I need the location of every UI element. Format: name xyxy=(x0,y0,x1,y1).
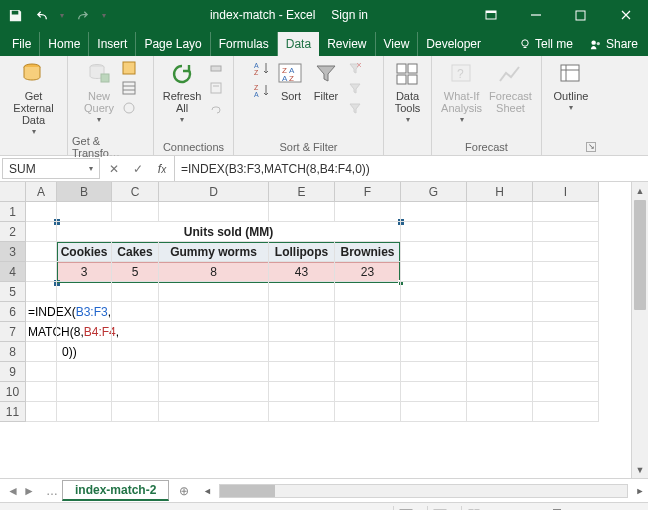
cell-F1[interactable] xyxy=(335,202,401,222)
cell-I4[interactable] xyxy=(533,262,599,282)
cell-A2[interactable] xyxy=(26,222,57,242)
horizontal-scrollbar[interactable]: ◄ ► xyxy=(199,484,648,498)
cell-H10[interactable] xyxy=(467,382,533,402)
row-header-6[interactable]: 6 xyxy=(0,302,26,322)
forecast-sheet-button[interactable]: Forecast Sheet xyxy=(487,58,534,116)
cell-G3[interactable] xyxy=(401,242,467,262)
sign-in-link[interactable]: Sign in xyxy=(331,8,368,22)
cell-H1[interactable] xyxy=(467,202,533,222)
hscroll-thumb[interactable] xyxy=(220,485,275,497)
row-header-10[interactable]: 10 xyxy=(0,382,26,402)
col-header-G[interactable]: G xyxy=(401,182,467,202)
minimize-button[interactable] xyxy=(513,0,558,30)
cell-B5[interactable] xyxy=(57,282,112,302)
row-header-1[interactable]: 1 xyxy=(0,202,26,222)
cell-C7[interactable] xyxy=(112,322,159,342)
cell-E6[interactable] xyxy=(269,302,335,322)
cell-E1[interactable] xyxy=(269,202,335,222)
cell-C10[interactable] xyxy=(112,382,159,402)
tab-developer[interactable]: Developer xyxy=(418,32,489,56)
row-header-5[interactable]: 5 xyxy=(0,282,26,302)
cell-A5[interactable] xyxy=(26,282,57,302)
cell-H8[interactable] xyxy=(467,342,533,362)
whatif-button[interactable]: ? What-If Analysis ▾ xyxy=(439,58,484,127)
cell-F9[interactable] xyxy=(335,362,401,382)
row-header-7[interactable]: 7 xyxy=(0,322,26,342)
cell-E4[interactable]: 43 xyxy=(269,262,335,282)
cell-I6[interactable] xyxy=(533,302,599,322)
cell-C11[interactable] xyxy=(112,402,159,422)
cell-C6[interactable] xyxy=(112,302,159,322)
get-external-data-button[interactable]: Get External Data ▾ xyxy=(4,58,63,139)
edit-links-icon[interactable] xyxy=(207,99,225,117)
cell-I3[interactable] xyxy=(533,242,599,262)
tell-me[interactable]: Tell me xyxy=(511,32,581,56)
cell-F5[interactable] xyxy=(335,282,401,302)
cell-B7[interactable] xyxy=(57,322,112,342)
col-header-I[interactable]: I xyxy=(533,182,599,202)
tab-review[interactable]: Review xyxy=(319,32,375,56)
tab-data[interactable]: Data xyxy=(278,32,319,56)
scroll-left-icon[interactable]: ◄ xyxy=(199,486,215,496)
share-button[interactable]: Share xyxy=(581,32,648,56)
fx-icon[interactable]: fx xyxy=(150,162,174,176)
cell-D5[interactable] xyxy=(159,282,269,302)
dialog-launcher-icon[interactable]: ↘ xyxy=(586,142,596,152)
cell-A11[interactable] xyxy=(26,402,57,422)
view-normal-icon[interactable] xyxy=(393,506,419,511)
qat-customize-icon[interactable]: ▾ xyxy=(102,11,106,20)
scroll-up-icon[interactable]: ▲ xyxy=(632,182,648,199)
cell-G8[interactable] xyxy=(401,342,467,362)
cell-A4[interactable] xyxy=(26,262,57,282)
col-header-F[interactable]: F xyxy=(335,182,401,202)
scroll-right-icon[interactable]: ► xyxy=(632,486,648,496)
cell-B2[interactable]: Units sold (MM) xyxy=(57,222,401,242)
undo-dropdown-icon[interactable]: ▾ xyxy=(60,11,64,20)
cell-D10[interactable] xyxy=(159,382,269,402)
maximize-button[interactable] xyxy=(558,0,603,30)
cell-B9[interactable] xyxy=(57,362,112,382)
cancel-formula-icon[interactable]: ✕ xyxy=(102,162,126,176)
view-page-break-icon[interactable] xyxy=(461,506,487,511)
tab-view[interactable]: View xyxy=(376,32,419,56)
cell-E5[interactable] xyxy=(269,282,335,302)
row-header-8[interactable]: 8 xyxy=(0,342,26,362)
save-icon[interactable] xyxy=(4,4,26,26)
cell-B4[interactable]: 3 xyxy=(57,262,112,282)
cell-C1[interactable] xyxy=(112,202,159,222)
close-button[interactable] xyxy=(603,0,648,30)
cell-H3[interactable] xyxy=(467,242,533,262)
cell-D9[interactable] xyxy=(159,362,269,382)
cell-B1[interactable] xyxy=(57,202,112,222)
sheet-nav-prev-icon[interactable]: ◄ xyxy=(6,484,20,498)
cell-G1[interactable] xyxy=(401,202,467,222)
enter-formula-icon[interactable]: ✓ xyxy=(126,162,150,176)
cell-C3[interactable]: Cakes xyxy=(112,242,159,262)
cell-A7[interactable] xyxy=(26,322,57,342)
tab-insert[interactable]: Insert xyxy=(89,32,136,56)
cells-area[interactable]: Units sold (MM)CookiesCakesGummy wormsLo… xyxy=(26,202,599,422)
formula-input[interactable]: =INDEX(B3:F3,MATCH(8,B4:F4,0)) xyxy=(175,156,648,181)
scroll-down-icon[interactable]: ▼ xyxy=(632,461,648,478)
cell-I2[interactable] xyxy=(533,222,599,242)
cell-F8[interactable] xyxy=(335,342,401,362)
cell-D4[interactable]: 8 xyxy=(159,262,269,282)
col-header-D[interactable]: D xyxy=(159,182,269,202)
scroll-thumb[interactable] xyxy=(634,200,646,310)
col-header-B[interactable]: B xyxy=(57,182,112,202)
data-tools-button[interactable]: Data Tools ▾ xyxy=(392,58,424,127)
cell-G5[interactable] xyxy=(401,282,467,302)
cell-D6[interactable] xyxy=(159,302,269,322)
cell-F11[interactable] xyxy=(335,402,401,422)
col-header-H[interactable]: H xyxy=(467,182,533,202)
col-header-A[interactable]: A xyxy=(26,182,57,202)
cell-G11[interactable] xyxy=(401,402,467,422)
cell-I5[interactable] xyxy=(533,282,599,302)
cell-E3[interactable]: Lollipops xyxy=(269,242,335,262)
cell-B11[interactable] xyxy=(57,402,112,422)
name-box[interactable]: SUM ▾ xyxy=(2,158,100,179)
col-header-C[interactable]: C xyxy=(112,182,159,202)
cell-G7[interactable] xyxy=(401,322,467,342)
sort-button[interactable]: ZAAZ Sort xyxy=(275,58,307,104)
cell-D11[interactable] xyxy=(159,402,269,422)
